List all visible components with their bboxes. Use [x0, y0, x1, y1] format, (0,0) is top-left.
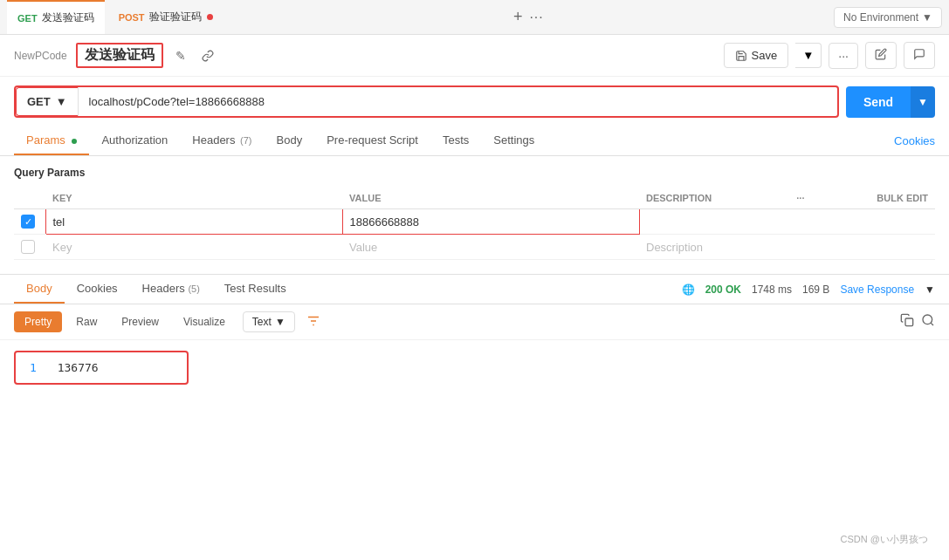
collection-name: NewPCode: [14, 50, 67, 62]
new-param-desc[interactable]: Description: [639, 235, 787, 260]
save-button[interactable]: Save: [724, 43, 788, 68]
add-tab-button[interactable]: +: [513, 8, 523, 26]
col-key-header: KEY: [45, 188, 342, 209]
tab-body[interactable]: Body: [265, 126, 315, 155]
tab-params-label: Params: [26, 133, 65, 147]
link-button[interactable]: [198, 46, 217, 65]
resp-test-label: Test Results: [224, 282, 286, 295]
tab-headers[interactable]: Headers (7): [180, 126, 264, 155]
new-param-value[interactable]: Value: [342, 235, 639, 260]
comment-button[interactable]: [904, 42, 935, 69]
col-value-header: VALUE: [342, 188, 639, 209]
table-row: tel 18866668888: [14, 209, 935, 235]
resp-body-label: Body: [26, 282, 52, 295]
tab-authorization[interactable]: Authorization: [89, 126, 180, 155]
resp-cookies-label: Cookies: [77, 282, 118, 295]
watermark: CSDN @い小男孩つ: [827, 526, 942, 553]
headers-badge: (7): [240, 135, 251, 146]
request-name-actions: Save ▼ ···: [724, 42, 935, 69]
send-group: Send ▼: [846, 86, 935, 118]
save-response-chevron[interactable]: ▼: [925, 283, 935, 296]
svg-line-5: [931, 323, 933, 325]
new-row-checkbox[interactable]: [14, 235, 45, 260]
url-input[interactable]: [79, 87, 837, 116]
raw-label: Raw: [76, 316, 97, 328]
filter-icon[interactable]: [306, 313, 321, 331]
status-info: 🌐 200 OK 1748 ms 169 B Save Response ▼: [682, 283, 935, 296]
tab-get-name: 发送验证码: [42, 10, 94, 25]
params-section: Query Params KEY VALUE DESCRIPTION ··· B…: [0, 156, 949, 270]
query-params-title: Query Params: [14, 167, 935, 179]
col-more-header: ···: [787, 188, 814, 209]
resp-tab-headers[interactable]: Headers (5): [130, 275, 212, 304]
resp-tab-test-results[interactable]: Test Results: [212, 275, 299, 304]
search-button[interactable]: [921, 313, 935, 331]
tab-settings-label: Settings: [493, 133, 534, 147]
save-response-button[interactable]: Save Response: [840, 283, 914, 296]
tab-headers-label: Headers: [192, 133, 235, 147]
tab-pre-request[interactable]: Pre-request Script: [314, 126, 430, 155]
response-size: 169 B: [802, 283, 829, 296]
tab-dot: [207, 14, 213, 20]
more-options-button[interactable]: ···: [829, 43, 858, 69]
response-tabs-bar: Body Cookies Headers (5) Test Results 🌐 …: [0, 275, 949, 304]
body-tab-visualize[interactable]: Visualize: [173, 311, 236, 332]
request-name: 发送验证码: [76, 43, 163, 68]
param-desc-cell[interactable]: [639, 209, 787, 235]
tab-post-verify[interactable]: POST 验证验证码: [108, 0, 223, 34]
env-chevron-icon: ▼: [922, 11, 932, 24]
env-label: No Environment: [843, 11, 918, 24]
tab-tests[interactable]: Tests: [430, 126, 481, 155]
response-time: 1748 ms: [752, 283, 792, 296]
method-post-label: POST: [119, 12, 145, 23]
tab-body-label: Body: [277, 133, 303, 147]
edit-icon-button[interactable]: [865, 42, 897, 69]
send-dropdown-button[interactable]: ▼: [911, 86, 935, 118]
format-select[interactable]: Text ▼: [243, 311, 295, 332]
params-dot: [72, 139, 77, 144]
resp-tab-body[interactable]: Body: [14, 275, 65, 304]
tab-params[interactable]: Params: [14, 126, 89, 155]
param-more[interactable]: [787, 209, 814, 235]
tab-get-send[interactable]: GET 发送验证码: [7, 0, 105, 34]
param-key-cell[interactable]: tel: [45, 209, 342, 235]
resp-tab-cookies[interactable]: Cookies: [65, 275, 130, 304]
format-label: Text: [252, 316, 272, 328]
copy-button[interactable]: [900, 313, 914, 331]
save-dropdown-button[interactable]: ▼: [795, 43, 822, 68]
row-checkbox[interactable]: [14, 209, 45, 235]
request-name-bar: NewPCode 发送验证码 ✎ Save ▼ ···: [0, 35, 949, 77]
cookies-link[interactable]: Cookies: [894, 134, 935, 147]
new-param-key[interactable]: Key: [45, 235, 342, 260]
line-number: 1: [30, 361, 37, 374]
param-value-cell[interactable]: 18866668888: [342, 209, 639, 235]
table-row: Key Value Description: [14, 235, 935, 260]
tab-settings[interactable]: Settings: [481, 126, 547, 155]
col-desc-header: DESCRIPTION: [639, 188, 787, 209]
tab-actions: + ···: [513, 8, 544, 26]
col-check-header: [14, 188, 45, 209]
tab-tests-label: Tests: [443, 133, 469, 147]
method-get-label: GET: [17, 13, 38, 24]
edit-name-button[interactable]: ✎: [172, 45, 189, 66]
tab-bar: GET 发送验证码 POST 验证验证码 + ··· No Environmen…: [0, 0, 949, 35]
method-chevron-icon: ▼: [56, 95, 67, 108]
method-select[interactable]: GET ▼: [16, 87, 78, 116]
tab-more-button[interactable]: ···: [529, 10, 543, 25]
body-tab-pretty[interactable]: Pretty: [14, 311, 62, 332]
globe-icon: 🌐: [682, 283, 695, 296]
send-button[interactable]: Send: [846, 86, 911, 118]
tab-prerequest-label: Pre-request Script: [327, 133, 418, 147]
save-label: Save: [751, 49, 777, 62]
body-tab-preview[interactable]: Preview: [111, 311, 169, 332]
pretty-label: Pretty: [24, 316, 52, 328]
tab-post-name: 验证验证码: [149, 10, 202, 24]
body-tab-raw[interactable]: Raw: [65, 311, 107, 332]
bulk-edit-button[interactable]: Bulk Edit: [814, 188, 935, 209]
format-chevron-icon: ▼: [275, 316, 285, 328]
resp-body-actions: [900, 313, 935, 331]
resp-headers-badge: (5): [188, 283, 199, 294]
request-tabs: Params Authorization Headers (7) Body Pr…: [0, 126, 949, 156]
environment-selector[interactable]: No Environment ▼: [834, 7, 942, 28]
svg-rect-3: [905, 318, 913, 326]
